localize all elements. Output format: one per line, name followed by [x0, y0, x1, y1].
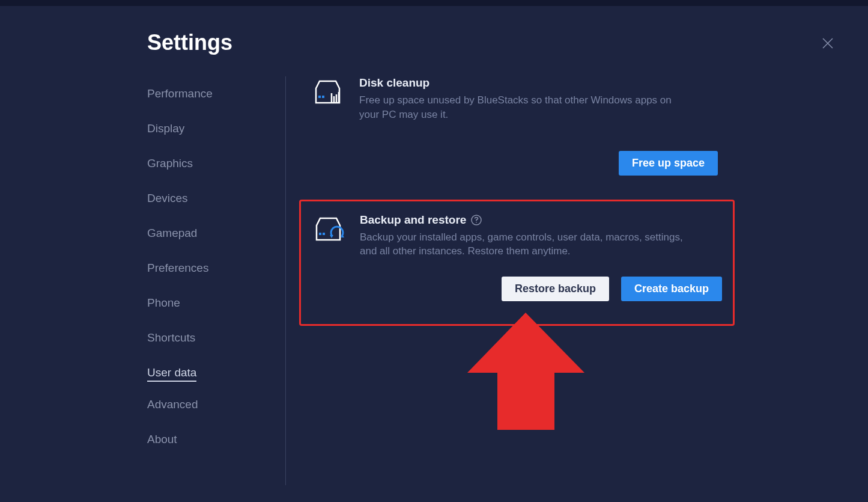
backup-restore-description: Backup your installed apps, game control… [360, 230, 693, 259]
sidebar-item-devices[interactable]: Devices [147, 186, 188, 210]
close-button[interactable] [821, 36, 835, 51]
settings-sidebar: Performance Display Graphics Devices Gam… [147, 76, 285, 485]
disk-cleanup-title: Disk cleanup [359, 76, 718, 90]
svg-rect-9 [323, 233, 325, 235]
svg-marker-14 [467, 313, 584, 430]
sidebar-item-shortcuts[interactable]: Shortcuts [147, 326, 195, 350]
sidebar-item-preferences[interactable]: Preferences [147, 256, 208, 280]
title-bar [0, 0, 868, 6]
sidebar-item-display[interactable]: Display [147, 117, 184, 141]
sidebar-item-about[interactable]: About [147, 427, 177, 451]
sidebar-item-phone[interactable]: Phone [147, 291, 180, 315]
help-icon[interactable] [471, 215, 482, 225]
backup-restore-icon [312, 213, 345, 246]
disk-cleanup-description: Free up space unused by BlueStacks so th… [359, 93, 693, 122]
svg-rect-8 [319, 233, 321, 235]
disk-cleanup-icon [311, 76, 344, 109]
sidebar-item-performance[interactable]: Performance [147, 82, 213, 106]
svg-marker-10 [330, 235, 333, 238]
svg-rect-2 [318, 96, 321, 98]
backup-restore-title: Backup and restore [360, 213, 466, 227]
page-title: Settings [147, 30, 868, 55]
close-icon [822, 37, 834, 49]
sidebar-item-user-data[interactable]: User data [147, 361, 196, 382]
restore-backup-button[interactable]: Restore backup [502, 277, 609, 301]
sidebar-item-gamepad[interactable]: Gamepad [147, 221, 197, 245]
svg-point-13 [476, 222, 478, 223]
free-up-space-button[interactable]: Free up space [619, 151, 718, 176]
svg-rect-3 [322, 96, 324, 98]
backup-restore-highlight: Backup and restore Backup your installed… [299, 200, 735, 326]
arrow-annotation [467, 313, 584, 435]
disk-cleanup-section: Disk cleanup Free up space unused by Blu… [311, 76, 718, 176]
sidebar-item-graphics[interactable]: Graphics [147, 152, 193, 176]
create-backup-button[interactable]: Create backup [621, 277, 722, 301]
sidebar-item-advanced[interactable]: Advanced [147, 393, 198, 417]
svg-marker-11 [341, 234, 344, 237]
